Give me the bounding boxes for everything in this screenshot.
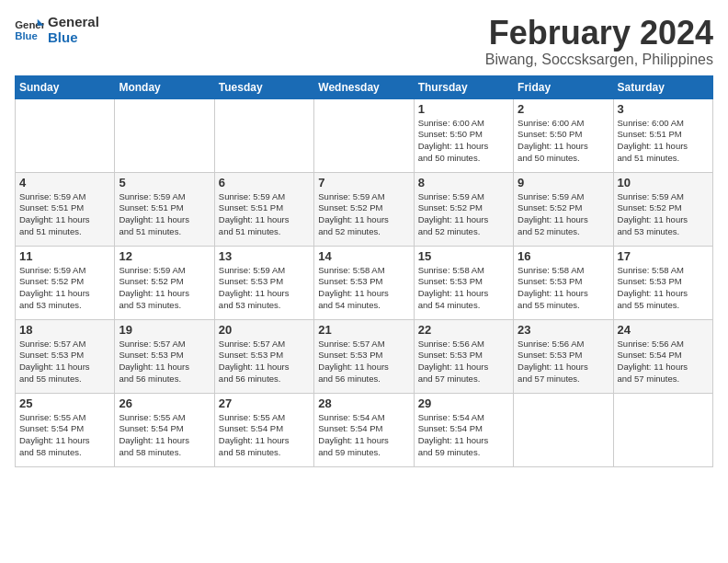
calendar-cell: 27Sunrise: 5:55 AMSunset: 5:54 PMDayligh… xyxy=(214,393,313,466)
calendar-cell: 2Sunrise: 6:00 AMSunset: 5:50 PMDaylight… xyxy=(514,98,613,172)
day-number: 27 xyxy=(219,396,310,410)
day-number: 7 xyxy=(318,176,409,190)
header-monday: Monday xyxy=(115,75,214,98)
day-number: 26 xyxy=(119,396,210,410)
calendar-cell: 9Sunrise: 5:59 AMSunset: 5:52 PMDaylight… xyxy=(514,172,613,246)
day-number: 12 xyxy=(119,249,210,263)
calendar-week-1: 4Sunrise: 5:59 AMSunset: 5:51 PMDaylight… xyxy=(16,172,713,246)
calendar-cell: 11Sunrise: 5:59 AMSunset: 5:52 PMDayligh… xyxy=(16,246,115,319)
calendar-cell: 8Sunrise: 5:59 AMSunset: 5:52 PMDaylight… xyxy=(414,172,513,246)
calendar-cell: 4Sunrise: 5:59 AMSunset: 5:51 PMDaylight… xyxy=(16,172,115,246)
day-info: Sunrise: 5:59 AMSunset: 5:51 PMDaylight:… xyxy=(219,191,310,238)
day-info: Sunrise: 5:56 AMSunset: 5:53 PMDaylight:… xyxy=(418,339,509,385)
calendar-cell xyxy=(514,393,613,466)
logo-general: General xyxy=(48,15,99,30)
day-info: Sunrise: 5:54 AMSunset: 5:54 PMDaylight:… xyxy=(318,412,409,459)
calendar-cell: 28Sunrise: 5:54 AMSunset: 5:54 PMDayligh… xyxy=(314,393,414,466)
day-info: Sunrise: 5:57 AMSunset: 5:53 PMDaylight:… xyxy=(219,339,310,385)
day-info: Sunrise: 6:00 AMSunset: 5:50 PMDaylight:… xyxy=(418,118,509,165)
calendar-cell: 16Sunrise: 5:58 AMSunset: 5:53 PMDayligh… xyxy=(514,246,613,319)
day-number: 29 xyxy=(418,396,509,410)
day-number: 25 xyxy=(19,396,110,410)
day-info: Sunrise: 5:57 AMSunset: 5:53 PMDaylight:… xyxy=(318,339,409,385)
day-number: 4 xyxy=(19,176,110,190)
calendar-cell xyxy=(115,98,214,172)
day-info: Sunrise: 5:55 AMSunset: 5:54 PMDaylight:… xyxy=(219,412,310,459)
day-number: 11 xyxy=(19,249,110,263)
day-info: Sunrise: 5:58 AMSunset: 5:53 PMDaylight:… xyxy=(418,265,509,312)
day-number: 15 xyxy=(418,249,509,263)
logo-blue: Blue xyxy=(48,30,99,46)
calendar-week-3: 18Sunrise: 5:57 AMSunset: 5:53 PMDayligh… xyxy=(16,319,713,393)
day-number: 1 xyxy=(418,102,509,116)
title-block: February 2024 Biwang, Soccsksargen, Phil… xyxy=(485,15,713,68)
calendar-cell: 5Sunrise: 5:59 AMSunset: 5:51 PMDaylight… xyxy=(115,172,214,246)
day-info: Sunrise: 5:59 AMSunset: 5:53 PMDaylight:… xyxy=(219,265,310,312)
calendar-cell: 23Sunrise: 5:56 AMSunset: 5:53 PMDayligh… xyxy=(514,319,613,393)
calendar-cell: 19Sunrise: 5:57 AMSunset: 5:53 PMDayligh… xyxy=(115,319,214,393)
header-sunday: Sunday xyxy=(16,75,115,98)
calendar-table: SundayMondayTuesdayWednesdayThursdayFrid… xyxy=(15,75,713,467)
day-number: 2 xyxy=(518,102,609,116)
location-title: Biwang, Soccsksargen, Philippines xyxy=(485,52,713,68)
day-info: Sunrise: 5:55 AMSunset: 5:54 PMDaylight:… xyxy=(19,412,110,459)
calendar-cell: 7Sunrise: 5:59 AMSunset: 5:52 PMDaylight… xyxy=(314,172,414,246)
calendar-cell: 12Sunrise: 5:59 AMSunset: 5:52 PMDayligh… xyxy=(115,246,214,319)
calendar-cell: 21Sunrise: 5:57 AMSunset: 5:53 PMDayligh… xyxy=(314,319,414,393)
logo: General Blue General Blue xyxy=(15,15,99,45)
calendar-cell: 14Sunrise: 5:58 AMSunset: 5:53 PMDayligh… xyxy=(314,246,414,319)
day-number: 24 xyxy=(618,323,709,337)
month-title: February 2024 xyxy=(485,15,713,52)
day-info: Sunrise: 6:00 AMSunset: 5:51 PMDaylight:… xyxy=(618,118,709,165)
calendar-cell: 1Sunrise: 6:00 AMSunset: 5:50 PMDaylight… xyxy=(414,98,513,172)
day-number: 28 xyxy=(318,396,409,410)
day-info: Sunrise: 6:00 AMSunset: 5:50 PMDaylight:… xyxy=(518,118,609,165)
day-info: Sunrise: 5:59 AMSunset: 5:51 PMDaylight:… xyxy=(19,191,110,238)
day-info: Sunrise: 5:55 AMSunset: 5:54 PMDaylight:… xyxy=(119,412,210,459)
calendar-cell: 26Sunrise: 5:55 AMSunset: 5:54 PMDayligh… xyxy=(115,393,214,466)
header-friday: Friday xyxy=(514,75,613,98)
day-number: 18 xyxy=(19,323,110,337)
day-info: Sunrise: 5:56 AMSunset: 5:54 PMDaylight:… xyxy=(618,339,709,385)
day-number: 9 xyxy=(518,176,609,190)
day-info: Sunrise: 5:56 AMSunset: 5:53 PMDaylight:… xyxy=(518,339,609,385)
calendar-week-0: 1Sunrise: 6:00 AMSunset: 5:50 PMDaylight… xyxy=(16,98,713,172)
day-number: 5 xyxy=(119,176,210,190)
day-number: 17 xyxy=(618,249,709,263)
calendar-week-2: 11Sunrise: 5:59 AMSunset: 5:52 PMDayligh… xyxy=(16,246,713,319)
calendar-cell xyxy=(16,98,115,172)
day-info: Sunrise: 5:58 AMSunset: 5:53 PMDaylight:… xyxy=(618,265,709,312)
calendar-cell: 10Sunrise: 5:59 AMSunset: 5:52 PMDayligh… xyxy=(613,172,712,246)
calendar-cell: 18Sunrise: 5:57 AMSunset: 5:53 PMDayligh… xyxy=(16,319,115,393)
calendar-cell xyxy=(214,98,313,172)
day-number: 13 xyxy=(219,249,310,263)
header-tuesday: Tuesday xyxy=(214,75,313,98)
day-info: Sunrise: 5:59 AMSunset: 5:51 PMDaylight:… xyxy=(119,191,210,238)
calendar-cell: 22Sunrise: 5:56 AMSunset: 5:53 PMDayligh… xyxy=(414,319,513,393)
day-number: 8 xyxy=(418,176,509,190)
header-thursday: Thursday xyxy=(414,75,513,98)
day-info: Sunrise: 5:57 AMSunset: 5:53 PMDaylight:… xyxy=(119,339,210,385)
calendar-cell: 29Sunrise: 5:54 AMSunset: 5:54 PMDayligh… xyxy=(414,393,513,466)
day-number: 14 xyxy=(318,249,409,263)
calendar-cell: 15Sunrise: 5:58 AMSunset: 5:53 PMDayligh… xyxy=(414,246,513,319)
day-info: Sunrise: 5:58 AMSunset: 5:53 PMDaylight:… xyxy=(518,265,609,312)
svg-text:Blue: Blue xyxy=(15,29,38,40)
day-number: 21 xyxy=(318,323,409,337)
calendar-cell: 6Sunrise: 5:59 AMSunset: 5:51 PMDaylight… xyxy=(214,172,313,246)
day-info: Sunrise: 5:59 AMSunset: 5:52 PMDaylight:… xyxy=(418,191,509,238)
day-number: 6 xyxy=(219,176,310,190)
day-number: 23 xyxy=(518,323,609,337)
calendar-cell xyxy=(314,98,414,172)
day-info: Sunrise: 5:59 AMSunset: 5:52 PMDaylight:… xyxy=(119,265,210,312)
day-number: 10 xyxy=(618,176,709,190)
day-number: 19 xyxy=(119,323,210,337)
calendar-week-4: 25Sunrise: 5:55 AMSunset: 5:54 PMDayligh… xyxy=(16,393,713,466)
day-info: Sunrise: 5:57 AMSunset: 5:53 PMDaylight:… xyxy=(19,339,110,385)
calendar-header: SundayMondayTuesdayWednesdayThursdayFrid… xyxy=(16,75,713,98)
day-info: Sunrise: 5:54 AMSunset: 5:54 PMDaylight:… xyxy=(418,412,509,459)
day-number: 22 xyxy=(418,323,509,337)
day-info: Sunrise: 5:59 AMSunset: 5:52 PMDaylight:… xyxy=(318,191,409,238)
calendar-cell: 25Sunrise: 5:55 AMSunset: 5:54 PMDayligh… xyxy=(16,393,115,466)
calendar-cell: 13Sunrise: 5:59 AMSunset: 5:53 PMDayligh… xyxy=(214,246,313,319)
